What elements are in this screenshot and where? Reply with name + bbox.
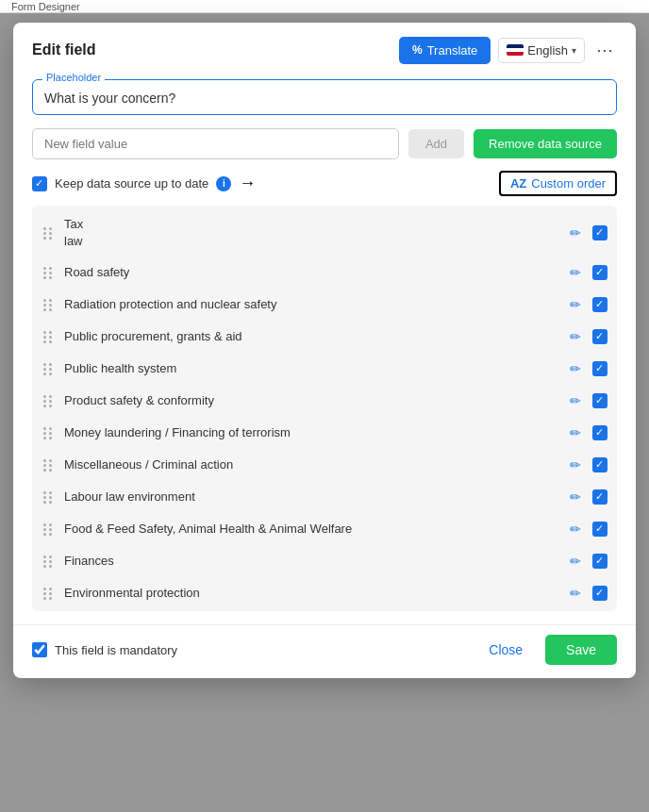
modal-title: Edit field	[32, 41, 96, 58]
language-label: English	[527, 43, 568, 58]
list-item: Radiation protection and nuclear safety✏	[32, 289, 617, 321]
add-button[interactable]: Add	[408, 129, 464, 158]
item-text: Miscellaneous / Criminal action	[64, 456, 558, 473]
chevron-down-icon: ▾	[572, 45, 576, 56]
close-button[interactable]: Close	[474, 636, 538, 664]
list-item: Food & Feed Safety, Animal Health & Anim…	[32, 513, 617, 545]
item-checkbox[interactable]	[592, 329, 607, 344]
item-checkbox[interactable]	[592, 297, 607, 312]
item-text: Tax law	[64, 216, 558, 250]
remove-datasource-button[interactable]: Remove data source	[474, 129, 617, 158]
item-text: Public procurement, grants & aid	[64, 328, 558, 345]
item-checkbox[interactable]	[592, 225, 607, 240]
drag-handle[interactable]	[42, 297, 57, 313]
item-checkbox[interactable]	[592, 457, 607, 472]
item-checkbox[interactable]	[592, 265, 607, 280]
keep-datasource-row: Keep data source up to date i → AZ Custo…	[32, 171, 617, 196]
more-icon: ⋯	[596, 41, 613, 59]
drag-handle[interactable]	[42, 457, 57, 473]
keep-datasource-label: Keep data source up to date	[55, 176, 208, 191]
info-icon[interactable]: i	[216, 176, 231, 191]
item-text: Road safety	[64, 264, 558, 281]
az-icon: AZ	[510, 176, 526, 191]
list-item: Data protection, privacy and network / I…	[32, 609, 617, 611]
list-item: Public procurement, grants & aid✏	[32, 321, 617, 353]
list-item: Product safety & conformity✏	[32, 385, 617, 417]
edit-field-modal: Edit field % Translate English ▾ ⋯	[13, 23, 636, 678]
list-item: Labour law environment✏	[32, 481, 617, 513]
drag-handle[interactable]	[42, 586, 57, 602]
drag-handle[interactable]	[42, 329, 57, 345]
mandatory-checkbox[interactable]	[32, 642, 47, 657]
modal-header: Edit field % Translate English ▾ ⋯	[13, 23, 636, 74]
translate-icon: %	[412, 43, 423, 57]
item-checkbox[interactable]	[592, 489, 607, 505]
keep-datasource-checkbox[interactable]	[32, 176, 47, 191]
edit-item-button[interactable]: ✏	[566, 327, 585, 346]
translate-label: Translate	[427, 43, 478, 58]
list-item: Road safety✏	[32, 257, 617, 289]
drag-handle[interactable]	[42, 393, 57, 409]
item-text: Environmental protection	[64, 585, 558, 602]
item-text: Food & Feed Safety, Animal Health & Anim…	[64, 521, 558, 538]
placeholder-label: Placeholder	[42, 72, 105, 83]
edit-item-button[interactable]: ✏	[566, 552, 585, 571]
item-checkbox[interactable]	[592, 586, 607, 601]
item-text: Product safety & conformity	[64, 392, 558, 409]
custom-order-button[interactable]: AZ Custom order	[499, 171, 617, 196]
item-text: Public health system	[64, 360, 558, 377]
item-checkbox[interactable]	[592, 393, 607, 408]
item-text: Labour law environment	[64, 489, 558, 505]
edit-item-button[interactable]: ✏	[566, 584, 585, 603]
language-selector[interactable]: English ▾	[498, 38, 585, 63]
item-text: Radiation protection and nuclear safety	[64, 296, 558, 313]
translate-button[interactable]: % Translate	[399, 37, 491, 64]
list-item: Miscellaneous / Criminal action✏	[32, 449, 617, 481]
items-list: Tax law✏Road safety✏Radiation protection…	[32, 206, 617, 611]
drag-handle[interactable]	[42, 489, 57, 505]
edit-item-button[interactable]: ✏	[566, 359, 585, 378]
new-field-input[interactable]	[32, 128, 399, 159]
list-item: Tax law✏	[32, 209, 617, 257]
drag-handle[interactable]	[42, 522, 57, 538]
list-item: Money laundering / Financing of terroris…	[32, 417, 617, 449]
drag-handle[interactable]	[42, 425, 57, 441]
header-actions: % Translate English ▾ ⋯	[399, 36, 617, 64]
edit-item-button[interactable]: ✏	[566, 391, 585, 410]
placeholder-section: Placeholder	[32, 79, 617, 115]
drag-handle[interactable]	[42, 225, 57, 241]
modal-body: Placeholder Add Remove data source Keep …	[13, 74, 636, 624]
edit-item-button[interactable]: ✏	[566, 224, 585, 242]
save-button[interactable]: Save	[545, 635, 617, 665]
field-row: Add Remove data source	[32, 128, 617, 159]
edit-item-button[interactable]: ✏	[566, 263, 585, 282]
modal-footer: This field is mandatory Close Save	[13, 624, 636, 678]
edit-item-button[interactable]: ✏	[566, 423, 585, 442]
item-checkbox[interactable]	[592, 361, 607, 376]
list-item: Environmental protection✏	[32, 577, 617, 609]
item-text: Money laundering / Financing of terroris…	[64, 424, 558, 441]
item-checkbox[interactable]	[592, 554, 607, 569]
item-checkbox[interactable]	[592, 425, 607, 440]
edit-item-button[interactable]: ✏	[566, 295, 585, 314]
edit-item-button[interactable]: ✏	[566, 520, 585, 539]
drag-handle[interactable]	[42, 361, 57, 377]
flag-icon	[507, 44, 524, 56]
app-title: Form Designer	[11, 1, 80, 12]
list-item: Finances✏	[32, 545, 617, 577]
item-checkbox[interactable]	[592, 522, 607, 537]
drag-handle[interactable]	[42, 265, 57, 281]
placeholder-input[interactable]	[44, 91, 605, 106]
list-item: Public health system✏	[32, 353, 617, 385]
item-text: Finances	[64, 553, 558, 570]
drag-handle[interactable]	[42, 554, 57, 570]
edit-item-button[interactable]: ✏	[566, 456, 585, 474]
more-options-button[interactable]: ⋯	[592, 36, 617, 64]
mandatory-label: This field is mandatory	[55, 643, 466, 657]
custom-order-label: Custom order	[531, 176, 606, 191]
edit-item-button[interactable]: ✏	[566, 488, 585, 506]
arrow-icon: →	[239, 174, 256, 193]
